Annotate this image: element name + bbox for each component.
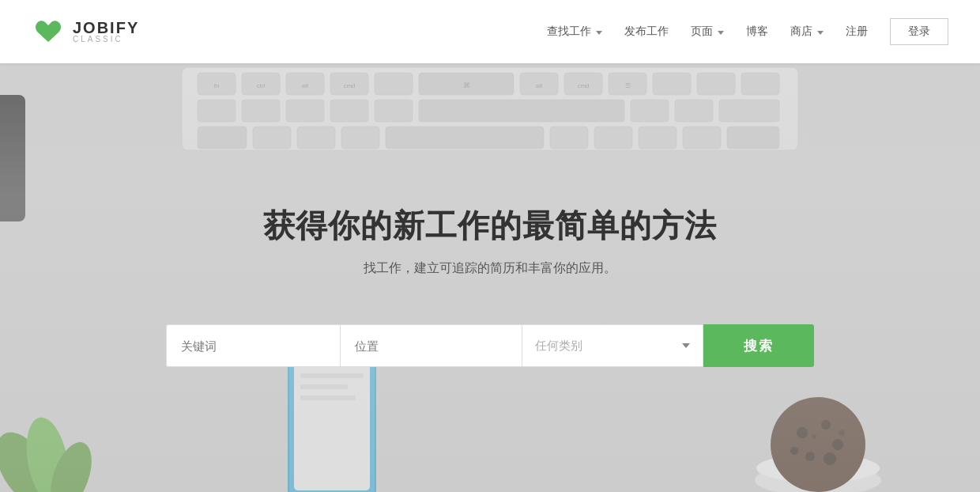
nav-login-button[interactable]: 登录 (890, 18, 948, 45)
nav-find-job[interactable]: 查找工作 (547, 25, 602, 39)
nav-register[interactable]: 注册 (846, 25, 868, 39)
search-bar: 任何类别 搜索 (166, 324, 814, 367)
location-input[interactable] (340, 324, 522, 367)
logo-sub: CLASSIC (73, 36, 139, 44)
logo[interactable]: JOBIFY CLASSIC (32, 15, 139, 48)
hero-section: fn ctrl alt cmd ⌘ alt cmd ☰ (0, 0, 980, 492)
site-header: JOBIFY CLASSIC 查找工作 发布工作 页面 博客 商店 注册 登录 (0, 0, 980, 63)
nav-post-job[interactable]: 发布工作 (624, 25, 669, 39)
logo-name: JOBIFY (73, 20, 139, 36)
keyword-input[interactable] (166, 324, 340, 367)
nav-blog[interactable]: 博客 (746, 25, 768, 39)
hero-content: 获得你的新工作的最简单的方法 找工作，建立可追踪的简历和丰富你的应用。 (263, 204, 717, 316)
chevron-down-icon (817, 31, 824, 35)
category-select-text: 任何类别 (535, 339, 682, 354)
nav-shop[interactable]: 商店 (790, 25, 824, 39)
chevron-down-icon (718, 31, 724, 35)
nav-pages[interactable]: 页面 (691, 25, 724, 39)
chevron-down-icon (682, 343, 690, 348)
hero-title: 获得你的新工作的最简单的方法 (263, 204, 717, 248)
category-select[interactable]: 任何类别 (522, 324, 703, 367)
hero-subtitle: 找工作，建立可追踪的简历和丰富你的应用。 (263, 260, 717, 277)
main-nav: 查找工作 发布工作 页面 博客 商店 注册 登录 (547, 18, 948, 45)
search-button[interactable]: 搜索 (703, 324, 814, 367)
chevron-down-icon (596, 31, 602, 35)
logo-icon (32, 15, 65, 48)
